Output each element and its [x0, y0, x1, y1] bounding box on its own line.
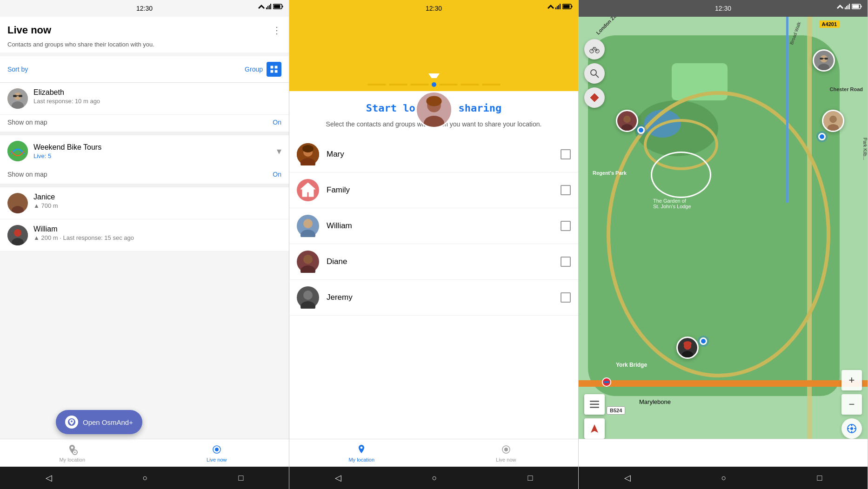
jeremy-checkbox[interactable] — [561, 292, 571, 303]
svg-rect-37 — [557, 6, 558, 9]
map-person-4[interactable] — [676, 337, 699, 359]
map-person-3-img — [823, 110, 843, 132]
chester-road-label: Chester Road — [829, 86, 863, 92]
diane-checkbox[interactable] — [561, 257, 571, 267]
search-icon-btn[interactable] — [584, 63, 605, 84]
map-container[interactable]: London Zoo A4201 Regent's Park The Garde… — [579, 17, 868, 489]
family-checkbox[interactable] — [561, 185, 571, 195]
svg-point-80 — [621, 124, 633, 132]
more-options-icon[interactable]: ⋮ — [272, 25, 281, 36]
back-button-1[interactable]: ◁ — [46, 473, 52, 483]
menu-button[interactable] — [584, 394, 605, 415]
contact-william-2[interactable]: William — [289, 208, 578, 244]
home-button-3[interactable]: ○ — [721, 473, 727, 483]
svg-marker-92 — [590, 93, 599, 102]
elizabeth-avatar-img — [7, 88, 28, 109]
mary-checkbox[interactable] — [561, 149, 571, 159]
map-person-4-img — [678, 337, 697, 359]
avatar-elizabeth — [7, 88, 28, 109]
janice-avatar-img — [7, 193, 28, 213]
wifi-icon-2 — [548, 4, 554, 9]
my-location-button[interactable] — [841, 418, 862, 439]
william-1-name: William — [33, 225, 281, 233]
svg-rect-71 — [853, 5, 859, 8]
map-right-btns: + − — [841, 370, 862, 439]
recent-button-3[interactable]: □ — [817, 473, 822, 483]
sort-group-label[interactable]: Group — [245, 66, 263, 73]
nav-live-now-1[interactable]: Live now — [145, 439, 289, 467]
live-now-label-1: Live now — [207, 457, 227, 463]
android-nav-2: ◁ ○ □ — [289, 467, 578, 489]
svg-point-18 — [7, 141, 28, 161]
contact-jeremy[interactable]: Jeremy — [289, 280, 578, 316]
bike-tours-map-status[interactable]: On — [273, 171, 281, 178]
contact-diane[interactable]: Diane — [289, 244, 578, 280]
a4201-label: A4201 — [819, 20, 840, 28]
contact-bike-tours[interactable]: Weekend Bike Tours Live: 5 ▾ — [0, 135, 289, 167]
map-person-1[interactable] — [813, 49, 835, 72]
contact-family[interactable]: Family — [289, 172, 578, 208]
live-now-icon-1 — [211, 444, 222, 455]
phone3-map: 12:30 London Zoo A4201 Regent's Park The… — [579, 0, 868, 489]
white-circle-path — [651, 152, 711, 198]
diamond-icon-btn[interactable] — [584, 87, 605, 108]
svg-rect-70 — [861, 6, 862, 7]
svg-rect-67 — [848, 5, 848, 9]
bicycle-icon-btn[interactable] — [584, 39, 605, 59]
profile-pin — [415, 91, 453, 128]
back-button-2[interactable]: ◁ — [335, 473, 341, 483]
svg-point-54 — [303, 219, 313, 228]
home-button-1[interactable]: ○ — [143, 473, 148, 483]
zoom-in-button[interactable]: + — [841, 370, 862, 390]
nav-my-location-2[interactable]: My location — [289, 439, 434, 467]
bike-tours-sub: Live: 5 — [33, 152, 271, 159]
diamond-icon — [589, 93, 600, 103]
svg-rect-93 — [590, 401, 599, 402]
svg-line-33 — [214, 452, 214, 452]
svg-point-90 — [591, 70, 596, 75]
bottom-nav-2: My location Live now — [289, 439, 578, 467]
elizabeth-map-row: Show on map On — [0, 115, 289, 135]
sort-bar: Sort by Group — [0, 56, 289, 83]
garden-label: The Garden ofSt. John's Lodge — [653, 198, 691, 209]
map-person-3[interactable] — [822, 110, 844, 132]
signal-icon-2 — [555, 4, 561, 9]
bottom-nav-1: My location Live now — [0, 439, 289, 467]
contact-william-1[interactable]: William ▲ 200 m · Last response: 15 sec … — [0, 219, 289, 251]
my-location-label-2: My location — [348, 457, 374, 463]
svg-line-34 — [219, 452, 220, 452]
group-view-button[interactable] — [267, 62, 281, 77]
bike-tours-info: Weekend Bike Tours Live: 5 — [33, 143, 271, 159]
recent-button-1[interactable]: □ — [239, 473, 244, 483]
signal-icon — [266, 4, 272, 9]
navigation-button[interactable] — [584, 418, 605, 439]
osmand-bubble[interactable]: Open OsmAnd+ — [56, 410, 142, 434]
time-2: 12:30 — [426, 5, 442, 12]
svg-point-82 — [829, 116, 837, 123]
zoom-out-button[interactable]: − — [841, 394, 862, 415]
contact-mary[interactable]: Mary — [289, 137, 578, 172]
recent-button-2[interactable]: □ — [528, 473, 533, 483]
phone2-location-sharing: 12:30 St — [289, 0, 579, 489]
avatar-william-1 — [7, 225, 28, 245]
back-button-3[interactable]: ◁ — [624, 473, 631, 483]
nav-my-location-1[interactable]: My location — [0, 439, 145, 467]
svg-rect-2 — [267, 6, 268, 9]
sort-by-label[interactable]: Sort by — [7, 66, 28, 73]
navigation-icon — [589, 423, 600, 434]
william-2-checkbox[interactable] — [561, 221, 571, 231]
nav-live-now-2[interactable]: Live now — [434, 439, 579, 467]
svg-marker-96 — [591, 424, 598, 433]
expand-icon[interactable]: ▾ — [277, 145, 281, 157]
svg-marker-35 — [548, 5, 554, 9]
elizabeth-map-status[interactable]: On — [273, 119, 281, 126]
map-person-2[interactable] — [616, 110, 638, 132]
home-button-2[interactable]: ○ — [432, 473, 437, 483]
contact-janice[interactable]: Janice ▲ 700 m — [0, 187, 289, 219]
svg-point-20 — [14, 197, 21, 205]
contact-elizabeth[interactable]: Elizabeth Last response: 10 m ago — [0, 83, 289, 115]
diane-avatar-img — [297, 251, 319, 273]
svg-rect-38 — [558, 5, 559, 9]
map-left-btns — [584, 394, 605, 439]
svg-rect-39 — [560, 4, 561, 9]
